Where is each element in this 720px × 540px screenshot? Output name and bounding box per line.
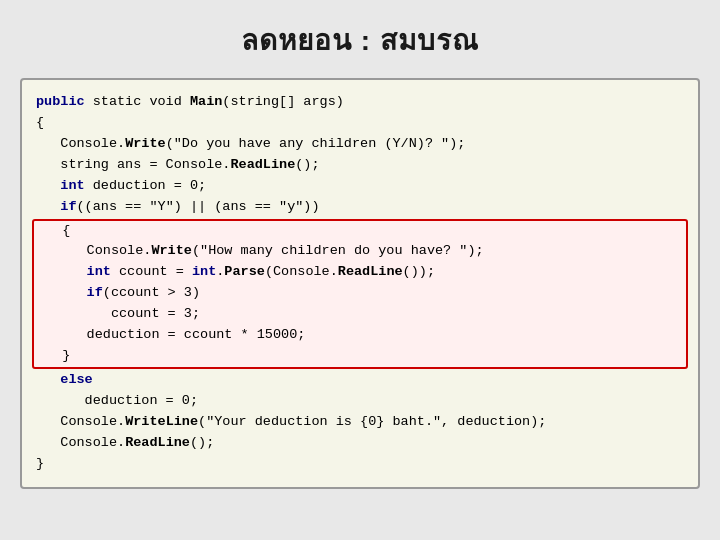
method-readline-2: ReadLine [338,264,403,279]
keyword-if-2: if [87,285,103,300]
code-line-h3: int ccount = int.Parse(Console.ReadLine(… [38,262,682,283]
code-line-9: } [36,454,684,475]
page-container: ลดหยอน : สมบรณ public static void Main(s… [0,0,720,540]
code-line-else-body: deduction = 0; [36,391,684,412]
code-line-3: Console.Write("Do you have any children … [36,134,684,155]
code-line-h2: Console.Write("How many children do you … [38,241,682,262]
code-line-7: Console.WriteLine("Your deduction is {0}… [36,412,684,433]
code-line-h1: { [38,221,682,242]
page-title: ลดหยอน : สมบรณ [241,18,479,62]
code-line-4: string ans = Console.ReadLine(); [36,155,684,176]
method-readline-1: ReadLine [230,157,295,172]
code-line-h7: } [38,346,682,367]
keyword-public: public [36,94,85,109]
code-box: public static void Main(string[] args) {… [20,78,700,489]
method-write-1: Write [125,136,166,151]
code-line-h5: ccount = 3; [38,304,682,325]
code-line-6: if((ans == "Y") || (ans == "y")) [36,197,684,218]
method-readline-3: ReadLine [125,435,190,450]
code-line-1: public static void Main(string[] args) [36,92,684,113]
keyword-if: if [60,199,76,214]
method-parse: Parse [224,264,265,279]
method-write-2: Write [151,243,192,258]
method-writeline: WriteLine [125,414,198,429]
keyword-else: else [60,372,92,387]
keyword-int-3: int [192,264,216,279]
code-line-5: int deduction = 0; [36,176,684,197]
code-line-h4: if(ccount > 3) [38,283,682,304]
method-main: Main [190,94,222,109]
code-line-h6: deduction = ccount * 15000; [38,325,682,346]
code-line-2: { [36,113,684,134]
keyword-int-1: int [60,178,84,193]
keyword-int-2: int [87,264,111,279]
code-line-8: Console.ReadLine(); [36,433,684,454]
highlighted-if-block: { Console.Write("How many children do yo… [32,219,688,369]
code-line-else: else [36,370,684,391]
